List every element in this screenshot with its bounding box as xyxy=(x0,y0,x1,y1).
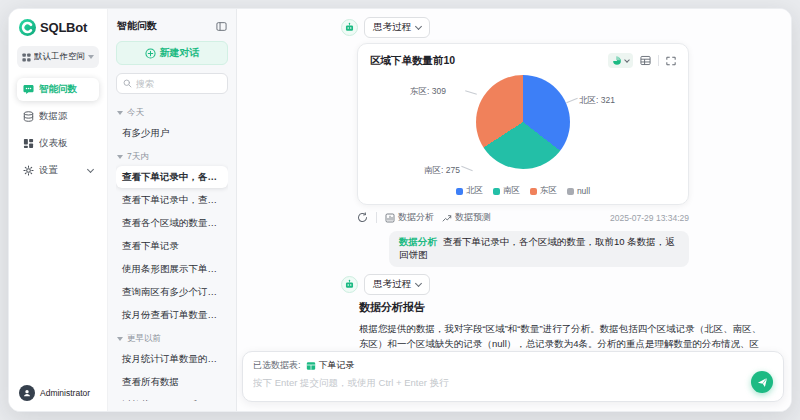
history-item[interactable]: 按月份查看订单数量趋势，使用折... xyxy=(116,304,228,326)
history-group-label[interactable]: 7天内 xyxy=(117,151,227,163)
user-message-text: 查看下单记录中，各个区域的数量，取前10 条数据，返回饼图 xyxy=(399,236,675,260)
nav-menu: 智能问数 数据源 仪表板 设置 xyxy=(17,78,99,186)
data-analysis-label: 数据分析 xyxy=(398,211,434,224)
selected-table-name: 下单记录 xyxy=(319,359,355,372)
user-profile[interactable]: Administrator xyxy=(17,383,99,403)
sidebar-item-smart-query[interactable]: 智能问数 xyxy=(17,78,99,101)
table-icon xyxy=(306,361,316,371)
thinking-process-toggle[interactable]: 思考过程 xyxy=(364,274,430,295)
data-predict-label: 数据预测 xyxy=(455,211,491,224)
pie-label-south: 南区: 275 xyxy=(424,165,460,177)
workspace-selector[interactable]: 默认工作空间 xyxy=(17,46,99,68)
composer: 已选数据表: 下单记录 xyxy=(242,351,784,402)
label-leader-line xyxy=(461,166,473,171)
search-input[interactable] xyxy=(136,79,221,89)
history-item[interactable]: 查看下单记录中，查看各个区域的... xyxy=(116,189,228,211)
sidebar-item-label: 智能问数 xyxy=(39,83,93,96)
user-name: Administrator xyxy=(40,388,90,398)
history-panel: 智能问数 新建对话 今天有多少用户7天内查看下单记录中，各个区域的数量...查看… xyxy=(108,9,237,411)
thinking-process-label: 思考过程 xyxy=(373,278,411,291)
user-message-row: 数据分析查看下单记录中，各个区域的数量，取前10 条数据，返回饼图 xyxy=(357,231,689,267)
search-icon xyxy=(123,79,132,88)
workspace-icon xyxy=(22,53,31,62)
legend-label: 东区 xyxy=(540,185,557,197)
pie-chart[interactable] xyxy=(476,75,570,169)
sidebar-item-label: 设置 xyxy=(39,164,83,177)
history-group-label[interactable]: 更早以前 xyxy=(117,333,227,345)
data-predict-button[interactable]: 数据预测 xyxy=(442,211,491,224)
nav-sidebar: SQLBot 默认工作空间 智能问数 数据源 xyxy=(9,9,108,411)
caret-down-icon xyxy=(117,155,123,159)
chevron-down-icon xyxy=(87,166,94,173)
assistant-avatar xyxy=(341,19,358,36)
legend-item[interactable]: null xyxy=(567,185,590,197)
history-item[interactable]: 有多少用户 xyxy=(116,122,228,144)
history-item[interactable]: 查询南区有多少个订单数 xyxy=(116,281,228,303)
history-group-label[interactable]: 今天 xyxy=(117,107,227,119)
pie-chart-plot: 北区: 321 南区: 275 东区: 309 北区南区东区null xyxy=(370,68,676,199)
history-panel-title: 智能问数 xyxy=(117,19,157,33)
app-window: SQLBot 默认工作空间 智能问数 数据源 xyxy=(8,8,792,412)
sidebar-item-settings[interactable]: 设置 xyxy=(17,159,99,182)
label-leader-line xyxy=(566,98,578,103)
user-message-bubble: 数据分析查看下单记录中，各个区域的数量，取前10 条数据，返回饼图 xyxy=(389,231,689,267)
legend-marker xyxy=(567,188,574,195)
history-item[interactable]: 查看下单记录中，各个区域的数量... xyxy=(116,166,228,188)
history-item[interactable]: 使用条形图展示下单量排名靠前的日... xyxy=(116,258,228,280)
chart-title: 区域下单数量前10 xyxy=(370,54,455,68)
sidebar-item-label: 仪表板 xyxy=(39,137,93,150)
chart-legend: 北区南区东区null xyxy=(370,185,676,197)
new-chat-button[interactable]: 新建对话 xyxy=(116,41,228,65)
search-box[interactable] xyxy=(116,73,228,94)
legend-marker xyxy=(456,188,463,195)
collapse-panel-icon[interactable] xyxy=(216,21,227,32)
pie-label-east: 东区: 309 xyxy=(410,86,446,98)
data-analysis-button[interactable]: 数据分析 xyxy=(385,211,434,224)
analysis-icon xyxy=(385,213,395,223)
user-avatar xyxy=(19,385,35,401)
legend-label: 南区 xyxy=(503,185,520,197)
legend-item[interactable]: 东区 xyxy=(530,185,557,197)
send-icon xyxy=(757,377,768,388)
legend-item[interactable]: 北区 xyxy=(456,185,483,197)
pie-chart-icon xyxy=(612,56,622,66)
send-button[interactable] xyxy=(751,371,773,393)
message-action-bar: 数据分析 数据预测 2025-07-29 13:34:29 xyxy=(357,211,689,224)
pie-label-north: 北区: 321 xyxy=(579,95,615,107)
chevron-down-icon xyxy=(415,23,422,30)
new-chat-label: 新建对话 xyxy=(160,46,200,60)
refresh-button[interactable] xyxy=(357,212,368,223)
selected-table-chip[interactable]: 下单记录 xyxy=(306,359,355,372)
sidebar-item-label: 数据源 xyxy=(39,110,93,123)
assistant-message: 思考过程 区域下单数量前10 xyxy=(357,17,767,224)
history-item[interactable]: 查看各个区域的数量，取前10 条数... xyxy=(116,212,228,234)
toolbar-divider xyxy=(376,212,377,223)
history-item[interactable]: 按月统计订单数量的环比增长率 xyxy=(116,348,228,370)
data-table-view-icon[interactable] xyxy=(640,55,651,66)
report-title: 数据分析报告 xyxy=(359,300,767,315)
caret-down-icon xyxy=(117,111,123,115)
question-input[interactable] xyxy=(253,377,733,388)
sqlbot-logo-icon xyxy=(19,19,36,36)
workspace-name: 默认工作空间 xyxy=(34,51,85,63)
chart-type-switcher[interactable] xyxy=(608,53,633,68)
sidebar-item-datasource[interactable]: 数据源 xyxy=(17,105,99,128)
chart-toolbar xyxy=(608,53,676,68)
history-item[interactable]: 查看下单记录 xyxy=(116,235,228,257)
history-item[interactable]: 以柱状图显示最后三个月的订单量 xyxy=(116,394,228,401)
legend-item[interactable]: 南区 xyxy=(493,185,520,197)
caret-down-icon xyxy=(88,55,94,59)
chevron-down-icon xyxy=(415,280,422,287)
thinking-process-toggle[interactable]: 思考过程 xyxy=(364,17,430,38)
caret-down-icon xyxy=(117,337,123,341)
chat-main: 思考过程 区域下单数量前10 xyxy=(237,9,791,411)
gear-icon xyxy=(23,165,34,176)
dashboard-icon xyxy=(23,138,34,149)
assistant-avatar xyxy=(341,276,358,293)
fullscreen-icon[interactable] xyxy=(666,56,676,66)
app-title: SQLBot xyxy=(40,20,87,35)
history-item[interactable]: 查看所有数据 xyxy=(116,371,228,393)
selected-table-label: 已选数据表: xyxy=(253,359,301,372)
database-icon xyxy=(23,111,34,122)
sidebar-item-dashboard[interactable]: 仪表板 xyxy=(17,132,99,155)
